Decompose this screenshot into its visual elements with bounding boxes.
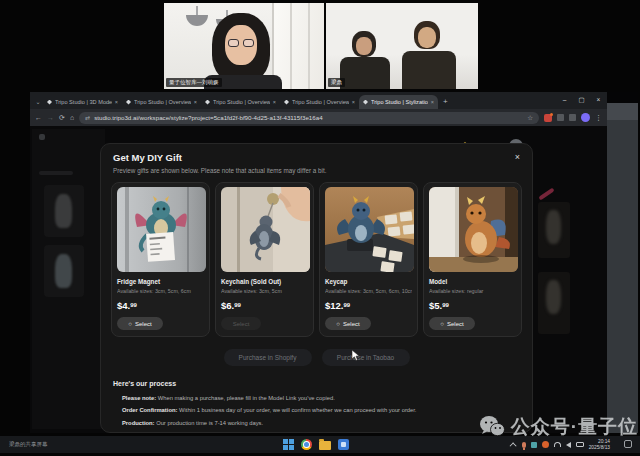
- browser-tab-4[interactable]: Tripo Studio | Overview: Ex ×: [280, 95, 359, 109]
- url-text: studio.tripo3d.ai/workspace/stylize?proj…: [94, 114, 523, 121]
- process-heading: Here's our process: [113, 380, 520, 387]
- tripo-logo: [39, 134, 45, 140]
- file-explorer-icon[interactable]: [319, 441, 331, 450]
- tray-expand-icon[interactable]: [509, 442, 516, 449]
- participant-body: [340, 57, 390, 89]
- product-name: Model: [429, 278, 516, 285]
- screenshot-stage: 量子位智库—刘萌媛 梁鼎 ⌄ Tripo Studio | 3D Model G…: [0, 0, 640, 456]
- participant-name-tag: 量子位智库—刘萌媛: [166, 78, 222, 88]
- window-close-button[interactable]: ×: [590, 92, 607, 107]
- product-sizes: Available sizes: regular: [429, 288, 516, 294]
- select-button[interactable]: ○ Select: [117, 317, 163, 330]
- workspace-left-panel: [32, 129, 105, 429]
- tripo-favicon: [205, 100, 210, 105]
- chrome-taskbar-icon[interactable]: [301, 439, 312, 450]
- radio-icon: ○: [128, 321, 132, 327]
- product-name: Keychain (Sold Out): [221, 278, 308, 285]
- product-card-model: Model Available sizes: regular $5.99 ○ S…: [423, 182, 522, 337]
- browser-menu-icon[interactable]: ⋮: [595, 114, 602, 122]
- tripo-favicon: [284, 100, 289, 105]
- browser-tab-3[interactable]: Tripo Studio | Overview: Ex ×: [201, 95, 280, 109]
- product-sizes: Available sizes: 3cm, 5cm: [221, 288, 308, 294]
- select-button[interactable]: ○ Select: [325, 317, 371, 330]
- browser-profile-avatar[interactable]: [581, 113, 590, 122]
- back-icon[interactable]: ←: [35, 114, 42, 121]
- tray-recording-icon[interactable]: [542, 441, 549, 448]
- participant-body: [402, 51, 456, 89]
- tripo-favicon: [47, 100, 52, 105]
- home-icon[interactable]: ⌂: [70, 114, 74, 121]
- product-image-keychain: [221, 187, 310, 272]
- radio-icon: ○: [440, 321, 444, 327]
- purchase-taobao-button[interactable]: Purchase in Taobao: [322, 349, 410, 366]
- select-button[interactable]: ○ Select: [429, 317, 475, 330]
- app-taskbar-icon[interactable]: [338, 439, 349, 450]
- volume-icon[interactable]: [566, 442, 571, 448]
- wechat-icon: [479, 415, 505, 439]
- model-thumbnail[interactable]: [44, 245, 84, 297]
- tray-app-icon[interactable]: [531, 442, 537, 448]
- tab-search-icon[interactable]: ⌄: [33, 98, 43, 109]
- tripo-favicon: [126, 100, 131, 105]
- tab-close-icon[interactable]: ×: [115, 99, 118, 105]
- webcam-feed-right: 梁鼎: [326, 3, 478, 89]
- tab-close-icon[interactable]: ×: [352, 99, 355, 105]
- battery-icon[interactable]: [576, 442, 584, 447]
- product-price: $6.99: [221, 300, 308, 311]
- tripo-favicon: [363, 100, 368, 105]
- extension-icon[interactable]: [557, 114, 564, 121]
- browser-tab-5-active[interactable]: Tripo Studio | Stylization: A ×: [359, 95, 438, 109]
- bookmark-star-icon[interactable]: ☆: [527, 114, 533, 122]
- window-minimize-button[interactable]: –: [556, 92, 573, 107]
- product-card-keychain: Keychain (Sold Out) Available sizes: 3cm…: [215, 182, 314, 337]
- reload-icon[interactable]: ⟳: [59, 114, 65, 121]
- product-card-fridge-magnet: Fridge Magnet Available sizes: 3cm, 5cm,…: [111, 182, 210, 337]
- notification-center-icon[interactable]: [624, 440, 632, 448]
- process-item: Please note: When making a purchase, ple…: [122, 394, 520, 402]
- forward-icon[interactable]: →: [47, 114, 54, 121]
- tab-close-icon[interactable]: ×: [194, 99, 197, 105]
- background-artifact: [538, 187, 554, 200]
- modal-title: Get My DIY Gift: [113, 152, 520, 163]
- tab-close-icon[interactable]: ×: [431, 99, 434, 105]
- product-price: $12.99: [325, 300, 412, 311]
- extensions-puzzle-icon[interactable]: [569, 114, 576, 121]
- product-name: Keycap: [325, 278, 412, 285]
- product-sizes: Available sizes: 3cm, 5cm, 6cm: [117, 288, 204, 294]
- browser-window: ⌄ Tripo Studio | 3D Model Ge × Tripo Stu…: [30, 92, 607, 433]
- microphone-icon[interactable]: [522, 442, 526, 448]
- extension-icon-red[interactable]: [544, 114, 552, 122]
- purchase-shopify-button[interactable]: Purchase in Shopify: [224, 349, 312, 366]
- browser-tabstrip: ⌄ Tripo Studio | 3D Model Ge × Tripo Stu…: [30, 92, 607, 109]
- tab-close-icon[interactable]: ×: [273, 99, 276, 105]
- windows-start-button[interactable]: [283, 439, 294, 450]
- tripo-studio-page: Get My DIY Gift Preview gifts are shown …: [30, 126, 607, 433]
- participant-name-tag: 梁鼎: [328, 78, 345, 88]
- process-item: Shipping: You will receive the product b…: [122, 431, 520, 433]
- product-image-keycap: [325, 187, 414, 272]
- product-cards: Fridge Magnet Available sizes: 3cm, 5cm,…: [101, 174, 532, 337]
- product-image-model: [429, 187, 518, 272]
- browser-tab-1[interactable]: Tripo Studio | 3D Model Ge ×: [43, 95, 122, 109]
- diy-gift-modal: Get My DIY Gift Preview gifts are shown …: [100, 143, 533, 433]
- clock[interactable]: 20:14 2025/8/13: [589, 439, 610, 451]
- close-icon[interactable]: ×: [515, 152, 520, 162]
- address-bar[interactable]: ⇄ studio.tripo3d.ai/workspace/stylize?pr…: [79, 112, 539, 124]
- background-model-thumb: [538, 272, 570, 334]
- browser-tab-2[interactable]: Tripo Studio | Overview: Ex ×: [122, 95, 201, 109]
- product-name: Fridge Magnet: [117, 278, 204, 285]
- side-window-header: [607, 103, 638, 120]
- product-price: $5.99: [429, 300, 516, 311]
- window-maximize-button[interactable]: ▢: [573, 92, 590, 107]
- new-tab-button[interactable]: +: [438, 97, 453, 109]
- site-info-icon[interactable]: ⇄: [85, 114, 90, 121]
- participant-face: [418, 27, 436, 48]
- watermark-text: 公众号·量子位: [511, 414, 638, 440]
- radio-icon: ○: [336, 321, 340, 327]
- model-thumbnail[interactable]: [44, 185, 84, 237]
- select-button-disabled[interactable]: ○ Select: [221, 317, 261, 330]
- purchase-buttons-row: Purchase in Shopify Purchase in Taobao: [101, 349, 532, 366]
- wifi-icon[interactable]: [554, 442, 561, 447]
- product-image-fridge-magnet: [117, 187, 206, 272]
- panel-label: [39, 171, 73, 175]
